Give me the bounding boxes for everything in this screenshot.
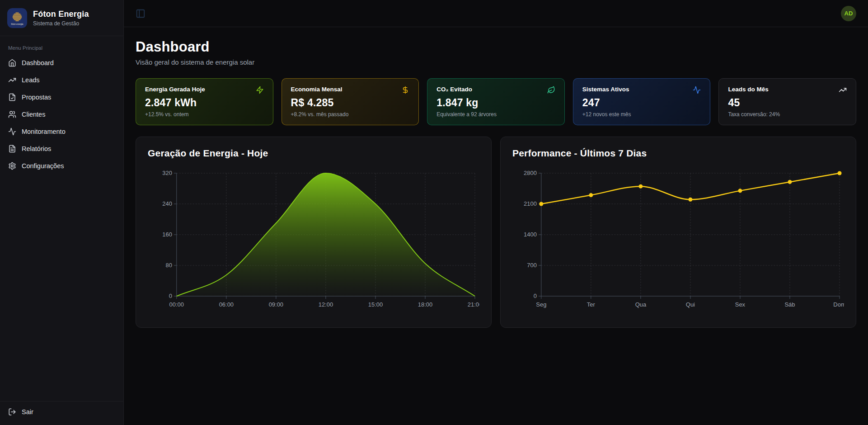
- svg-text:2800: 2800: [524, 170, 537, 176]
- logout-button[interactable]: Sair: [8, 408, 115, 416]
- sidebar-item-configuracoes[interactable]: Configurações: [0, 157, 123, 175]
- stat-value: 2.847 kWh: [145, 97, 264, 109]
- home-icon: [8, 59, 16, 67]
- sidebar-item-label: Leads: [22, 76, 40, 84]
- stat-label: Energia Gerada Hoje: [145, 86, 205, 93]
- svg-text:12:00: 12:00: [319, 301, 333, 308]
- user-avatar[interactable]: AD: [841, 6, 856, 21]
- stat-card-sistemas-ativos: Sistemas Ativos 247 +12 novos este mês: [573, 78, 711, 125]
- svg-text:0: 0: [534, 293, 537, 299]
- trending-up-icon: [839, 86, 847, 94]
- svg-text:Dom: Dom: [833, 301, 844, 308]
- activity-icon: [8, 128, 16, 136]
- stat-label: CO₂ Evitado: [436, 86, 472, 93]
- svg-text:700: 700: [527, 262, 537, 269]
- energy-generation-area-chart: 08016024032000:0006:0009:0012:0015:0018:…: [148, 166, 479, 313]
- performance-line-chart: 0700140021002800SegTerQuaQuiSexSábDom: [512, 166, 844, 313]
- charts-row: Geração de Energia - Hoje 08016024032000…: [136, 137, 856, 328]
- sidebar-item-clientes[interactable]: Clientes: [0, 106, 123, 123]
- svg-text:15:00: 15:00: [368, 301, 383, 308]
- sidebar-item-dashboard[interactable]: Dashboard: [0, 54, 123, 71]
- svg-text:18:00: 18:00: [418, 301, 432, 308]
- zap-icon: [256, 86, 264, 94]
- sidebar-item-label: Configurações: [22, 162, 64, 170]
- users-icon: [8, 110, 16, 118]
- brand-text: Fóton Energia Sistema de Gestão: [33, 9, 89, 27]
- topbar: AD: [124, 0, 868, 27]
- stat-label: Leads do Mês: [728, 86, 768, 93]
- stat-card-energia-gerada: Energia Gerada Hoje 2.847 kWh +12.5% vs.…: [136, 78, 273, 125]
- stats-row: Energia Gerada Hoje 2.847 kWh +12.5% vs.…: [136, 78, 856, 125]
- stat-value: 247: [582, 97, 701, 109]
- sidebar-item-monitoramento[interactable]: Monitoramento: [0, 123, 123, 140]
- chart-title: Geração de Energia - Hoje: [148, 148, 479, 159]
- svg-text:Qua: Qua: [635, 301, 647, 308]
- sidebar-item-label: Clientes: [22, 111, 45, 118]
- stat-label: Economia Mensal: [291, 86, 343, 93]
- sidebar-item-label: Relatórios: [22, 145, 51, 152]
- sidebar-item-relatorios[interactable]: Relatórios: [0, 140, 123, 157]
- svg-text:00:00: 00:00: [169, 301, 184, 308]
- svg-text:Sáb: Sáb: [784, 301, 795, 308]
- stat-value: 1.847 kg: [436, 97, 555, 109]
- activity-icon: [693, 86, 701, 94]
- sidebar-item-propostas[interactable]: Propostas: [0, 89, 123, 106]
- svg-text:21:00: 21:00: [468, 301, 479, 308]
- sidebar: fóton energia Fóton Energia Sistema de G…: [0, 0, 124, 425]
- file-text-icon: [8, 145, 16, 153]
- sidebar-item-label: Monitoramento: [22, 128, 66, 135]
- stat-subtext: Equivalente a 92 árvores: [436, 111, 555, 118]
- stat-card-co2-evitado: CO₂ Evitado 1.847 kg Equivalente a 92 ár…: [427, 78, 565, 125]
- trending-up-icon: [8, 76, 16, 84]
- sidebar-nav: Menu Principal Dashboard Leads Propostas…: [0, 36, 123, 401]
- stat-value: 45: [728, 97, 847, 109]
- gear-icon: [8, 162, 16, 170]
- stat-card-economia-mensal: Economia Mensal R$ 4.285 +8.2% vs. mês p…: [282, 78, 419, 125]
- stat-subtext: +12 novos este mês: [582, 111, 701, 118]
- svg-text:160: 160: [162, 231, 172, 238]
- svg-text:Ter: Ter: [587, 301, 596, 308]
- stat-subtext: +12.5% vs. ontem: [145, 111, 264, 118]
- svg-text:2100: 2100: [524, 200, 537, 207]
- stat-label: Sistemas Ativos: [582, 86, 629, 93]
- chart-title: Performance - Últimos 7 Dias: [512, 148, 844, 159]
- svg-text:80: 80: [165, 262, 172, 269]
- svg-text:1400: 1400: [524, 231, 537, 238]
- stat-card-leads-do-mes: Leads do Mês 45 Taxa conversão: 24%: [718, 78, 856, 125]
- dollar-icon: [401, 86, 409, 94]
- sidebar-item-label: Propostas: [22, 94, 51, 101]
- sidebar-item-label: Dashboard: [22, 59, 54, 66]
- svg-text:320: 320: [162, 170, 172, 176]
- stat-subtext: Taxa conversão: 24%: [728, 111, 847, 118]
- svg-text:Seg: Seg: [536, 301, 546, 308]
- brand-header: fóton energia Fóton Energia Sistema de G…: [0, 0, 123, 36]
- logout-icon: [8, 408, 16, 416]
- sidebar-footer: Sair: [0, 401, 123, 425]
- panel-left-icon: [136, 9, 145, 19]
- stat-value: R$ 4.285: [291, 97, 410, 109]
- page-subtitle: Visão geral do sistema de energia solar: [136, 58, 856, 66]
- main-content: Dashboard Visão geral do sistema de ener…: [124, 27, 868, 328]
- page-title: Dashboard: [136, 39, 856, 55]
- svg-text:240: 240: [162, 200, 172, 207]
- performance-chart-card: Performance - Últimos 7 Dias 07001400210…: [500, 137, 856, 328]
- energy-generation-chart-card: Geração de Energia - Hoje 08016024032000…: [136, 137, 492, 328]
- brand-name: Fóton Energia: [33, 9, 89, 19]
- menu-section-label: Menu Principal: [0, 36, 123, 54]
- svg-text:06:00: 06:00: [219, 301, 234, 308]
- leaf-icon: [547, 86, 555, 94]
- stat-subtext: +8.2% vs. mês passado: [291, 111, 410, 118]
- svg-text:09:00: 09:00: [269, 301, 283, 308]
- svg-text:Sex: Sex: [735, 301, 746, 308]
- svg-text:Qui: Qui: [686, 301, 695, 308]
- logout-label: Sair: [22, 408, 33, 416]
- sidebar-toggle-button[interactable]: [136, 9, 145, 19]
- file-check-icon: [8, 93, 16, 101]
- brand-subtitle: Sistema de Gestão: [33, 20, 89, 27]
- foton-energia-logo-icon: fóton energia: [7, 8, 27, 28]
- logo-text: fóton energia: [11, 23, 23, 25]
- sidebar-item-leads[interactable]: Leads: [0, 71, 123, 89]
- svg-text:0: 0: [169, 293, 172, 299]
